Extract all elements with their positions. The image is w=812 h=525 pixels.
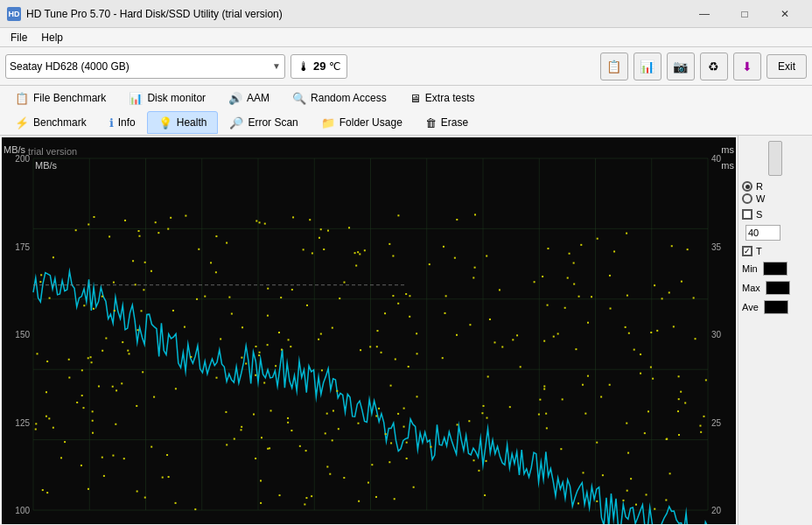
error-scan-icon: 🔎 (229, 116, 243, 130)
temperature-unit: ℃ (329, 60, 340, 73)
tab-aam[interactable]: 🔊 AAM (217, 87, 281, 109)
drive-selector[interactable]: Seatay HD628 (4000 GB) ▼ (5, 54, 285, 79)
minimize-button[interactable]: — (684, 0, 724, 28)
chart-area: trial version MB/s ms (2, 137, 736, 524)
tab-folder-usage-label: Folder Usage (340, 116, 402, 129)
checkbox-t[interactable]: T (742, 246, 808, 256)
app-icon: HD (7, 7, 21, 21)
stat-ave-color[interactable] (764, 300, 788, 314)
erase-icon: 🗑 (425, 116, 437, 130)
tab-health[interactable]: 💡 Health (147, 111, 219, 134)
window-title: HD Tune Pro 5.70 - Hard Disk/SSD Utility… (26, 8, 684, 20)
stat-min-color[interactable] (763, 262, 788, 276)
tab-erase[interactable]: 🗑 Erase (414, 111, 480, 134)
menu-file[interactable]: File (4, 30, 34, 46)
file-benchmark-icon: 📋 (15, 92, 29, 105)
toolbar-btn-1[interactable]: 📋 (600, 52, 628, 80)
folder-usage-icon: 📁 (321, 116, 335, 130)
checkbox-s-box (742, 209, 752, 220)
radio-read-label: R (756, 181, 763, 192)
random-access-icon: 🔍 (292, 92, 306, 105)
tab-file-benchmark-label: File Benchmark (33, 92, 106, 104)
tab-erase-label: Erase (441, 116, 468, 129)
tab-file-benchmark[interactable]: 📋 File Benchmark (4, 87, 117, 109)
checkbox-group: S (742, 209, 808, 220)
tab-info[interactable]: ℹ Info (98, 111, 147, 134)
radio-write[interactable]: W (742, 193, 808, 204)
tab-folder-usage[interactable]: 📁 Folder Usage (310, 111, 414, 134)
y-axis-right-label: ms (721, 144, 734, 155)
exit-button[interactable]: Exit (766, 54, 807, 79)
main-content: trial version MB/s ms R W S (0, 136, 812, 525)
tabs-row-2: ⚡ Benchmark ℹ Info 💡 Health 🔎 Error Scan… (0, 110, 812, 135)
input-row (742, 225, 808, 241)
tab-random-access[interactable]: 🔍 Random Access (281, 87, 398, 109)
tab-info-label: Info (118, 116, 136, 129)
tab-disk-monitor[interactable]: 📊 Disk monitor (117, 87, 217, 109)
close-button[interactable]: ✕ (765, 0, 805, 28)
checkbox-s[interactable]: S (742, 209, 808, 220)
tab-error-scan-label: Error Scan (248, 116, 298, 129)
window-controls: — □ ✕ (684, 0, 805, 28)
toolbar-btn-4[interactable]: ♻ (700, 52, 728, 80)
temperature-display: 🌡 29 ℃ (290, 54, 347, 79)
benchmark-icon: ⚡ (15, 116, 29, 130)
extra-tests-icon: 🖥 (410, 92, 421, 105)
tab-aam-label: AAM (247, 92, 270, 104)
panel-scrollbar[interactable] (768, 141, 782, 176)
toolbar-btn-3[interactable]: 📷 (667, 52, 695, 80)
tab-error-scan[interactable]: 🔎 Error Scan (218, 111, 309, 134)
stat-ave-label: Ave (742, 302, 759, 312)
stat-max: Max (742, 281, 808, 295)
radio-read-circle (742, 181, 752, 192)
checkbox-s-label: S (756, 209, 762, 220)
toolbar-btn-2[interactable]: 📊 (634, 52, 662, 80)
benchmark-chart (2, 137, 736, 524)
tabs-container: 📋 File Benchmark 📊 Disk monitor 🔊 AAM 🔍 … (0, 86, 812, 136)
read-write-radio-group: R W (742, 181, 808, 204)
drive-name: Seatay HD628 (4000 GB) (10, 60, 272, 73)
tab-disk-monitor-label: Disk monitor (147, 92, 206, 104)
value-input[interactable] (746, 225, 780, 241)
watermark-text: trial version (28, 146, 77, 157)
info-icon: ℹ (109, 116, 114, 130)
toolbar-btn-download[interactable]: ⬇ (733, 52, 761, 80)
radio-read[interactable]: R (742, 181, 808, 192)
menu-bar: File Help (0, 28, 812, 47)
checkbox-t-box (742, 246, 752, 256)
tab-health-label: Health (177, 116, 207, 129)
title-bar: HD HD Tune Pro 5.70 - Hard Disk/SSD Util… (0, 0, 812, 28)
maximize-button[interactable]: □ (724, 0, 765, 28)
checkbox-t-group: T (742, 246, 808, 256)
tab-extra-tests-label: Extra tests (425, 92, 475, 104)
health-icon: 💡 (158, 116, 172, 130)
disk-monitor-icon: 📊 (129, 92, 143, 105)
temperature-value: 29 (313, 60, 326, 73)
radio-write-label: W (756, 193, 765, 204)
stat-ave: Ave (742, 300, 808, 314)
radio-write-circle (742, 193, 752, 204)
stat-min-label: Min (742, 263, 758, 274)
right-panel: R W S T Min (738, 136, 812, 525)
stat-max-label: Max (742, 283, 760, 293)
thermometer-icon: 🌡 (298, 60, 310, 74)
tabs-row-1: 📋 File Benchmark 📊 Disk monitor 🔊 AAM 🔍 … (0, 86, 812, 110)
tab-random-access-label: Random Access (311, 92, 387, 104)
y-axis-left-label: MB/s (4, 144, 25, 155)
stat-max-color[interactable] (766, 281, 790, 295)
tab-extra-tests[interactable]: 🖥 Extra tests (398, 87, 486, 109)
aam-icon: 🔊 (228, 92, 242, 105)
checkbox-t-label: T (756, 246, 762, 256)
stat-min: Min (742, 262, 808, 276)
tab-benchmark[interactable]: ⚡ Benchmark (4, 111, 98, 134)
tab-benchmark-label: Benchmark (33, 116, 87, 129)
dropdown-arrow-icon: ▼ (272, 61, 281, 71)
menu-help[interactable]: Help (34, 30, 70, 46)
toolbar: Seatay HD628 (4000 GB) ▼ 🌡 29 ℃ 📋 📊 📷 ♻ … (0, 47, 812, 86)
